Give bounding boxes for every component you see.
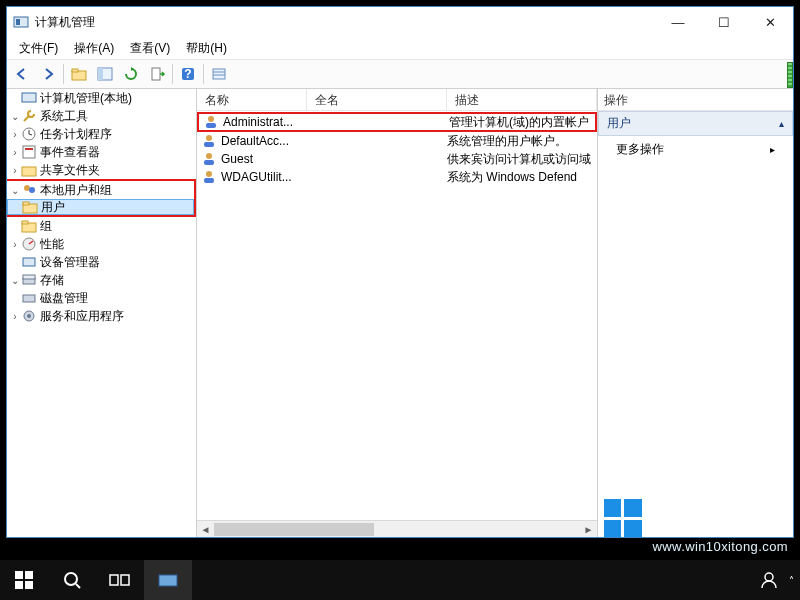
tree-storage[interactable]: ⌄存储 bbox=[7, 271, 196, 289]
list-row[interactable]: Administrat... 管理计算机(域)的内置帐户 bbox=[197, 112, 597, 132]
export-list-button[interactable] bbox=[146, 63, 168, 85]
svg-point-47 bbox=[765, 573, 773, 581]
list-row[interactable]: WDAGUtilit... 系统为 Windows Defend bbox=[197, 168, 597, 186]
actions-header: 操作 bbox=[598, 89, 793, 111]
main-area: 计算机管理(本地) ⌄ 系统工具 ›任务计划程序 bbox=[7, 89, 793, 537]
svg-rect-31 bbox=[206, 123, 216, 128]
tree-users[interactable]: 用户 bbox=[7, 199, 194, 215]
actions-pane: 操作 用户 ▴ 更多操作 ▸ bbox=[598, 89, 793, 537]
maximize-button[interactable]: ☐ bbox=[701, 7, 747, 37]
list-body: Administrat... 管理计算机(域)的内置帐户 DefaultAcc.… bbox=[197, 111, 597, 520]
details-view-button[interactable] bbox=[208, 63, 230, 85]
minimize-button[interactable]: — bbox=[655, 7, 701, 37]
submenu-arrow-icon: ▸ bbox=[770, 144, 775, 155]
tree-services-apps[interactable]: ›服务和应用程序 bbox=[7, 307, 196, 325]
start-button[interactable] bbox=[0, 560, 48, 600]
help-button[interactable]: ? bbox=[177, 63, 199, 85]
svg-rect-1 bbox=[16, 19, 20, 25]
svg-rect-26 bbox=[23, 275, 35, 279]
users-groups-icon bbox=[21, 182, 37, 198]
tree-system-tools[interactable]: ⌄ 系统工具 bbox=[7, 107, 196, 125]
svg-point-36 bbox=[206, 171, 212, 177]
menu-help[interactable]: 帮助(H) bbox=[180, 38, 233, 59]
user-icon bbox=[203, 114, 219, 130]
svg-rect-6 bbox=[152, 68, 160, 80]
tree-groups[interactable]: 组 bbox=[7, 217, 196, 235]
scroll-thumb[interactable] bbox=[214, 523, 374, 536]
tree-pane: 计算机管理(本地) ⌄ 系统工具 ›任务计划程序 bbox=[7, 89, 197, 537]
menu-file[interactable]: 文件(F) bbox=[13, 38, 64, 59]
show-hide-tree-button[interactable] bbox=[94, 63, 116, 85]
svg-rect-46 bbox=[159, 575, 177, 586]
tree-root[interactable]: 计算机管理(本地) bbox=[7, 89, 196, 107]
folder-icon bbox=[21, 218, 37, 234]
menu-view[interactable]: 查看(V) bbox=[124, 38, 176, 59]
watermark-url: www.win10xitong.com bbox=[604, 539, 788, 554]
refresh-button[interactable] bbox=[120, 63, 142, 85]
col-desc[interactable]: 描述 bbox=[447, 89, 597, 110]
scroll-left-icon[interactable]: ◄ bbox=[197, 521, 214, 538]
svg-rect-16 bbox=[22, 167, 36, 176]
back-button[interactable] bbox=[11, 63, 33, 85]
storage-icon bbox=[21, 272, 37, 288]
performance-icon bbox=[21, 236, 37, 252]
watermark: Win10之家 www.win10xitong.com bbox=[604, 499, 788, 554]
up-folder-button[interactable] bbox=[68, 63, 90, 85]
svg-rect-14 bbox=[23, 146, 35, 158]
col-fullname[interactable]: 全名 bbox=[307, 89, 447, 110]
svg-text:?: ? bbox=[184, 67, 191, 81]
device-icon bbox=[21, 254, 37, 270]
titlebar: 计算机管理 — ☐ ✕ bbox=[7, 7, 793, 37]
svg-rect-44 bbox=[110, 575, 118, 585]
tree-event-viewer[interactable]: ›事件查看器 bbox=[7, 143, 196, 161]
horizontal-scrollbar[interactable]: ◄ ► bbox=[197, 520, 597, 537]
collapse-icon: ▴ bbox=[779, 118, 784, 129]
tools-icon bbox=[21, 108, 37, 124]
tree-device-manager[interactable]: 设备管理器 bbox=[7, 253, 196, 271]
list-row[interactable]: DefaultAcc... 系统管理的用户帐户。 bbox=[197, 132, 597, 150]
services-icon bbox=[21, 308, 37, 324]
taskbar: ˄ bbox=[0, 560, 800, 600]
svg-point-29 bbox=[27, 314, 31, 318]
clock-icon bbox=[21, 126, 37, 142]
toolbar-gripper bbox=[787, 62, 793, 88]
svg-rect-38 bbox=[15, 571, 23, 579]
compmgmt-window: 计算机管理 — ☐ ✕ 文件(F) 操作(A) 查看(V) 帮助(H) ? bbox=[6, 6, 794, 538]
svg-rect-20 bbox=[23, 202, 29, 205]
scroll-right-icon[interactable]: ► bbox=[580, 521, 597, 538]
svg-rect-27 bbox=[23, 295, 35, 302]
list-pane: 名称 全名 描述 Administrat... 管理计算机(域)的内置帐户 De… bbox=[197, 89, 598, 537]
tree-performance[interactable]: ›性能 bbox=[7, 235, 196, 253]
people-icon[interactable] bbox=[759, 570, 779, 590]
action-more[interactable]: 更多操作 ▸ bbox=[598, 136, 793, 163]
svg-rect-37 bbox=[204, 178, 214, 183]
tree-shared-folders[interactable]: ›共享文件夹 bbox=[7, 161, 196, 179]
svg-point-32 bbox=[206, 135, 212, 141]
forward-button[interactable] bbox=[37, 63, 59, 85]
menubar: 文件(F) 操作(A) 查看(V) 帮助(H) bbox=[7, 37, 793, 59]
col-name[interactable]: 名称 bbox=[197, 89, 307, 110]
list-row[interactable]: Guest 供来宾访问计算机或访问域 bbox=[197, 150, 597, 168]
actions-group[interactable]: 用户 ▴ bbox=[598, 111, 793, 136]
tree-disk-management[interactable]: 磁盘管理 bbox=[7, 289, 196, 307]
svg-rect-24 bbox=[23, 258, 35, 266]
taskbar-app-compmgmt[interactable] bbox=[144, 560, 192, 600]
search-button[interactable] bbox=[48, 560, 96, 600]
svg-rect-35 bbox=[204, 160, 214, 165]
svg-point-30 bbox=[208, 116, 214, 122]
svg-rect-15 bbox=[25, 148, 33, 150]
close-button[interactable]: ✕ bbox=[747, 7, 793, 37]
system-tray: ˄ bbox=[759, 570, 800, 590]
taskview-button[interactable] bbox=[96, 560, 144, 600]
tree-task-scheduler[interactable]: ›任务计划程序 bbox=[7, 125, 196, 143]
expander-icon[interactable]: ⌄ bbox=[9, 111, 21, 122]
tray-chevron-icon[interactable]: ˄ bbox=[789, 575, 794, 586]
svg-rect-33 bbox=[204, 142, 214, 147]
actions-group-label: 用户 bbox=[607, 115, 631, 132]
toolbar: ? bbox=[7, 59, 793, 89]
tree-local-users-groups[interactable]: ⌄本地用户和组 bbox=[7, 181, 194, 199]
menu-action[interactable]: 操作(A) bbox=[68, 38, 120, 59]
windows-logo-icon bbox=[604, 499, 642, 537]
computer-icon bbox=[21, 90, 37, 106]
svg-rect-45 bbox=[121, 575, 129, 585]
